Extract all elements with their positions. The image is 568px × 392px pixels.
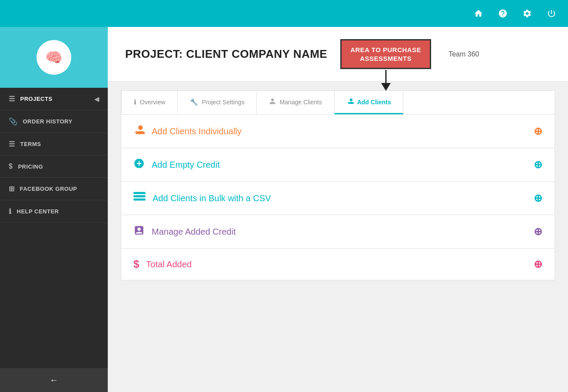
section-left-add-bulk: Add Clients in Bulk with a CSV — [133, 191, 271, 205]
section-add-clients-bulk[interactable]: Add Clients in Bulk with a CSV ⊕ — [121, 182, 555, 215]
project-settings-tab-icon: 🔧 — [190, 98, 198, 106]
sidebar-item-terms-label: TERMS — [20, 141, 41, 147]
section-left-total-added: $ Total Added — [133, 258, 192, 270]
help-center-icon: ℹ — [9, 207, 12, 216]
terms-icon: ☰ — [9, 140, 15, 148]
svg-rect-4 — [133, 199, 146, 201]
add-empty-credit-icon — [133, 158, 145, 172]
tab-project-settings[interactable]: 🔧 Project Settings — [178, 91, 257, 114]
pricing-icon: $ — [9, 163, 13, 170]
arrow-down-icon — [379, 70, 392, 91]
tab-project-settings-label: Project Settings — [202, 99, 244, 106]
svg-marker-1 — [381, 83, 391, 91]
top-navigation — [0, 0, 568, 27]
add-empty-credit-label: Add Empty Credit — [152, 160, 220, 170]
sidebar-footer: ← — [0, 368, 108, 392]
tabs-bar: ℹ Overview 🔧 Project Settings Manage Cli… — [121, 90, 555, 114]
purchase-badge-line1: AREA TO PURCHASE — [350, 46, 421, 54]
power-icon[interactable] — [544, 6, 559, 21]
total-added-icon: $ — [133, 258, 139, 270]
section-total-added[interactable]: $ Total Added ⊕ — [121, 249, 555, 280]
sidebar-item-terms[interactable]: ☰ TERMS — [0, 133, 108, 156]
settings-icon[interactable] — [519, 6, 535, 21]
sidebar-item-facebook-group[interactable]: ⊞ FACEBOOK GROUP — [0, 178, 108, 200]
tab-manage-clients[interactable]: Manage Clients — [257, 91, 334, 114]
logo-emoji: 🧠 — [45, 49, 63, 66]
tab-overview[interactable]: ℹ Overview — [121, 91, 178, 114]
manage-clients-tab-icon — [269, 98, 276, 106]
svg-rect-2 — [133, 192, 146, 194]
project-header: PROJECT: CLIENT COMPANY NAME AREA TO PUR… — [108, 27, 568, 82]
manage-added-credit-plus[interactable]: ⊕ — [534, 226, 542, 238]
sidebar-item-help-center-label: HELP CENTER — [17, 208, 59, 215]
section-add-empty-credit[interactable]: Add Empty Credit ⊕ — [121, 148, 555, 182]
chevron-icon: ◀ — [94, 96, 100, 103]
sidebar-logo: 🧠 — [0, 27, 108, 88]
tabs-list: ℹ Overview 🔧 Project Settings Manage Cli… — [121, 91, 555, 114]
sidebar-item-projects-label: PROJECTS — [20, 96, 53, 102]
total-added-plus[interactable]: ⊕ — [534, 258, 542, 270]
purchase-badge-line2: ASSESSMENTS — [350, 54, 421, 63]
content-area: PROJECT: CLIENT COMPANY NAME AREA TO PUR… — [108, 27, 568, 392]
add-clients-bulk-plus[interactable]: ⊕ — [534, 192, 542, 204]
add-clients-tab-icon — [347, 98, 354, 106]
sidebar-item-pricing[interactable]: $ PRICING — [0, 156, 108, 178]
manage-added-credit-label: Manage Added Credit — [152, 227, 236, 237]
add-clients-bulk-icon — [133, 191, 146, 205]
help-icon[interactable] — [495, 6, 511, 21]
sidebar-item-order-history[interactable]: 📎 ORDER HISTORY — [0, 110, 108, 133]
facebook-icon: ⊞ — [9, 185, 15, 193]
add-clients-individually-label: Add Clients Individually — [152, 126, 242, 136]
sidebar-item-help-center[interactable]: ℹ HELP CENTER — [0, 200, 108, 223]
section-add-clients-individually[interactable]: Add Clients Individually ⊕ — [121, 114, 555, 148]
home-icon[interactable] — [471, 6, 486, 21]
add-clients-individually-icon — [133, 124, 145, 138]
add-clients-individually-plus[interactable]: ⊕ — [534, 125, 542, 137]
main-layout: 🧠 ☰ PROJECTS ◀ 📎 ORDER HISTORY ☰ TERMS $… — [0, 27, 568, 392]
project-title: PROJECT: CLIENT COMPANY NAME — [125, 47, 327, 61]
back-button[interactable]: ← — [50, 375, 58, 385]
sidebar-item-pricing-label: PRICING — [18, 163, 43, 170]
sidebar-nav: ☰ PROJECTS ◀ 📎 ORDER HISTORY ☰ TERMS $ P… — [0, 88, 108, 368]
overview-tab-icon: ℹ — [134, 98, 136, 106]
section-left-add-empty-credit: Add Empty Credit — [133, 158, 220, 172]
manage-added-credit-icon — [133, 225, 145, 239]
section-manage-added-credit[interactable]: Manage Added Credit ⊕ — [121, 215, 555, 249]
projects-icon: ☰ — [9, 95, 15, 103]
add-clients-bulk-label: Add Clients in Bulk with a CSV — [153, 193, 271, 203]
purchase-badge-container: AREA TO PURCHASE ASSESSMENTS — [340, 39, 431, 69]
add-empty-credit-plus[interactable]: ⊕ — [534, 159, 542, 171]
tab-manage-clients-label: Manage Clients — [279, 99, 322, 106]
section-left-add-individually: Add Clients Individually — [133, 124, 242, 138]
tab-add-clients-label: Add Clients — [357, 99, 391, 106]
sidebar-item-projects[interactable]: ☰ PROJECTS ◀ — [0, 88, 108, 110]
sidebar-item-order-history-label: ORDER HISTORY — [23, 118, 73, 125]
logo-circle: 🧠 — [37, 40, 71, 75]
order-history-icon: 📎 — [9, 117, 18, 126]
tab-add-clients[interactable]: Add Clients — [335, 91, 404, 114]
total-added-label: Total Added — [146, 259, 192, 269]
sections-area: Add Clients Individually ⊕ Add Empty Cre… — [108, 114, 568, 293]
team-label: Team 360 — [448, 50, 479, 58]
svg-rect-3 — [133, 195, 146, 197]
section-left-manage-credit: Manage Added Credit — [133, 225, 236, 239]
sidebar: 🧠 ☰ PROJECTS ◀ 📎 ORDER HISTORY ☰ TERMS $… — [0, 27, 108, 392]
purchase-badge[interactable]: AREA TO PURCHASE ASSESSMENTS — [340, 39, 431, 69]
sidebar-item-facebook-label: FACEBOOK GROUP — [20, 186, 77, 192]
tab-overview-label: Overview — [140, 99, 165, 106]
